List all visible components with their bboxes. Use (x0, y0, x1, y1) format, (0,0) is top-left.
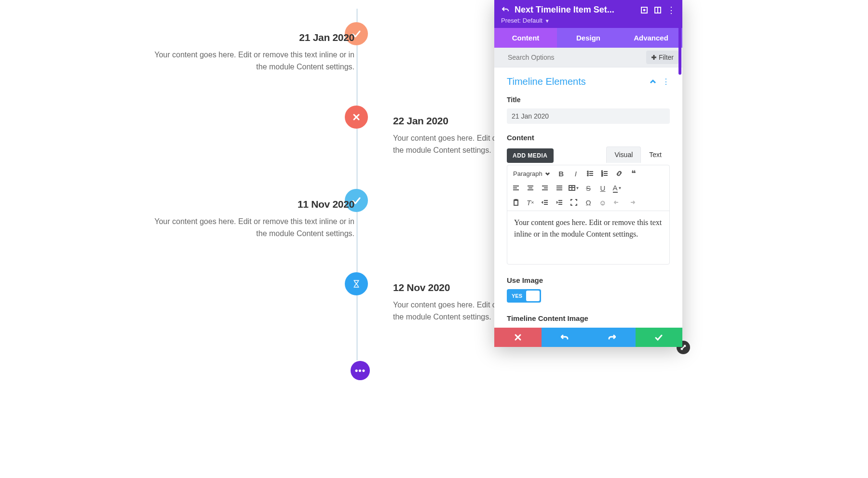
preset-label: Preset: Default (501, 17, 542, 24)
plus-icon (651, 54, 657, 60)
list-ol-icon: 123 (601, 170, 608, 177)
check-icon (655, 333, 663, 341)
align-left-icon (513, 185, 519, 191)
redo-icon (628, 199, 635, 206)
fullscreen-button[interactable] (567, 196, 581, 209)
rte-toolbar: Paragraph B I 123 ❝ ▼ S U A▼ (507, 165, 669, 211)
panel-footer (494, 328, 682, 347)
emoji-button[interactable]: ☺ (596, 196, 610, 209)
panel-header: Next Timeline Item Set... ⋮ Preset: Defa… (494, 0, 682, 28)
timeline-body[interactable]: Your content goes here. Edit or remove t… (147, 49, 354, 73)
strike-button[interactable]: S (582, 182, 595, 194)
redo-button[interactable] (625, 196, 638, 209)
underline-button[interactable]: U (596, 182, 610, 194)
quote-button[interactable]: ❝ (627, 167, 640, 180)
undo-button[interactable] (542, 328, 589, 347)
section-title: Timeline Elements (507, 76, 586, 87)
expand-button[interactable] (640, 6, 649, 14)
editor-tab-text[interactable]: Text (641, 146, 670, 163)
link-icon (616, 170, 623, 177)
caret-down-icon: ▼ (543, 18, 550, 24)
chevron-up-icon[interactable] (650, 79, 656, 85)
clipboard-icon (513, 199, 519, 206)
svg-point-13 (587, 175, 588, 176)
tab-content[interactable]: Content (494, 28, 557, 48)
tab-design[interactable]: Design (557, 28, 620, 48)
panel-menu-button[interactable]: ⋮ (667, 6, 676, 14)
toggle-knob (526, 291, 540, 301)
maximize-icon (640, 6, 649, 14)
search-input[interactable] (508, 53, 646, 61)
align-center-icon (527, 185, 534, 191)
timeline-body[interactable]: Your content goes here. Edit or remove t… (147, 216, 354, 240)
title-input[interactable] (507, 108, 670, 124)
format-label: Paragraph (513, 170, 542, 177)
svg-point-4 (644, 9, 645, 11)
search-bar: Filter (494, 48, 682, 67)
indent-button[interactable] (553, 196, 566, 209)
table-button[interactable]: ▼ (567, 182, 581, 194)
chevron-down-icon (545, 172, 550, 176)
svg-text:3: 3 (601, 174, 603, 177)
timeline-more-button[interactable]: ••• (351, 361, 370, 380)
special-char-button[interactable]: Ω (582, 196, 595, 209)
paste-button[interactable] (509, 196, 523, 209)
rte-content-area[interactable]: Your content goes here. Edit or remove t… (507, 211, 669, 264)
outdent-icon (542, 199, 548, 206)
redo-button[interactable] (588, 328, 636, 347)
list-ul-icon (587, 170, 594, 177)
timeline-title[interactable]: 11 Nov 2020 (147, 199, 354, 210)
filter-label: Filter (659, 53, 674, 61)
bold-button[interactable]: B (555, 167, 568, 180)
timeline-content-image-label: Timeline Content Image (507, 314, 670, 322)
table-icon (569, 185, 575, 191)
add-media-button[interactable]: ADD MEDIA (507, 148, 554, 163)
back-button[interactable] (501, 6, 510, 14)
panel-scrollbar[interactable] (678, 0, 681, 75)
timeline-marker[interactable] (345, 272, 368, 295)
panel-title: Next Timeline Item Set... (515, 5, 635, 15)
fullscreen-icon (570, 199, 577, 206)
format-select[interactable]: Paragraph (509, 168, 554, 179)
hourglass-icon (352, 279, 361, 289)
undo-button[interactable] (610, 196, 624, 209)
ul-button[interactable] (583, 167, 597, 180)
italic-button[interactable]: I (569, 167, 583, 180)
ol-button[interactable]: 123 (598, 167, 611, 180)
editor-tab-visual[interactable]: Visual (606, 146, 641, 163)
svg-rect-3 (641, 7, 647, 13)
save-button[interactable] (636, 328, 683, 347)
clear-format-button[interactable]: T✕ (524, 196, 537, 209)
settings-panel: Next Timeline Item Set... ⋮ Preset: Defa… (494, 0, 682, 347)
timeline-title[interactable]: 21 Jan 2020 (147, 32, 354, 43)
timeline-canvas: 21 Jan 2020 Your content goes here. Edit… (0, 0, 868, 478)
undo-arrow-icon (501, 6, 510, 14)
svg-rect-37 (515, 199, 517, 200)
cancel-button[interactable] (494, 328, 542, 347)
align-justify-button[interactable] (553, 182, 566, 194)
align-justify-icon (556, 185, 563, 191)
columns-icon (653, 6, 662, 14)
link-button[interactable] (612, 167, 626, 180)
columns-button[interactable] (653, 6, 662, 14)
use-image-toggle[interactable]: YES (507, 289, 541, 303)
timeline-marker[interactable] (345, 106, 368, 129)
x-icon (352, 112, 361, 122)
align-right-icon (542, 185, 548, 191)
filter-button[interactable]: Filter (646, 51, 678, 64)
svg-point-11 (587, 173, 588, 174)
x-icon (514, 333, 522, 341)
align-center-button[interactable] (524, 182, 537, 194)
textcolor-button[interactable]: A▼ (610, 182, 624, 194)
outdent-button[interactable] (538, 196, 552, 209)
align-right-button[interactable] (538, 182, 552, 194)
redo-icon (608, 333, 616, 341)
section-menu-button[interactable]: ⋮ (662, 78, 670, 86)
svg-point-9 (587, 171, 588, 172)
timeline-vertical-line (356, 9, 358, 360)
preset-selector[interactable]: Preset: Default ▼ (501, 17, 676, 24)
tab-advanced[interactable]: Advanced (620, 28, 682, 48)
align-left-button[interactable] (509, 182, 523, 194)
section-header[interactable]: Timeline Elements ⋮ (507, 76, 670, 87)
use-image-label: Use Image (507, 276, 670, 284)
